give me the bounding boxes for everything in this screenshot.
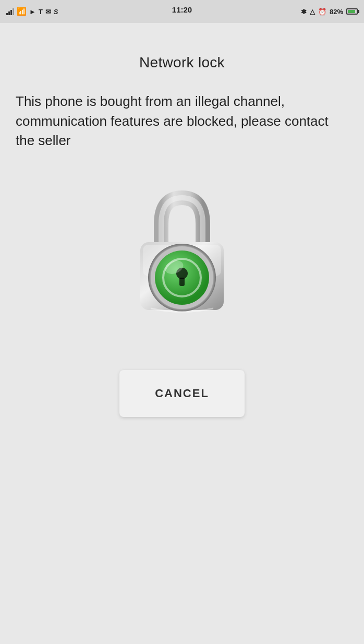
status-bar: 📶 ► T ✉ S 11:20 ✱ △ ⏰ 82% [0, 0, 364, 23]
bluetooth-icon: ✱ [301, 8, 307, 16]
dialog-title: Network lock [139, 54, 225, 71]
dialog-message: This phone is bought from an illegal cha… [16, 92, 348, 151]
nav-icon: ► [29, 8, 36, 16]
battery-percent: 82% [330, 8, 343, 16]
battery-icon [346, 8, 358, 15]
dollar-icon: S [54, 8, 58, 16]
signal-icon [6, 8, 14, 15]
status-time: 11:20 [172, 5, 192, 14]
cancel-button[interactable]: CANCEL [119, 370, 245, 417]
svg-rect-7 [179, 278, 185, 286]
sim-icon: T [39, 8, 43, 16]
lock-icon [119, 182, 245, 318]
main-content: Network lock This phone is bought from a… [0, 23, 364, 438]
clock-icon: ⏰ [318, 8, 326, 16]
alarm-icon: △ [310, 8, 315, 16]
status-left-icons: 📶 ► T ✉ S [6, 7, 58, 16]
status-right-icons: ✱ △ ⏰ 82% [301, 8, 358, 16]
wifi-icon: 📶 [17, 7, 27, 16]
mail-icon: ✉ [45, 8, 51, 16]
